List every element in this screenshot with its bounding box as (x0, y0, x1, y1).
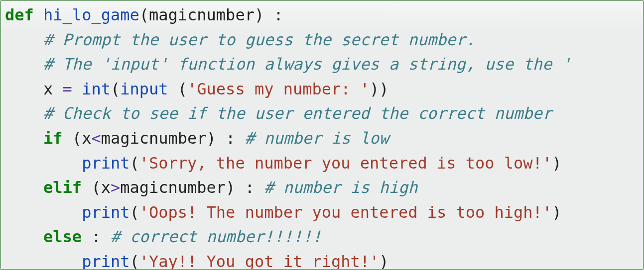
variable: x (82, 129, 91, 148)
identifier: magicnumber (120, 178, 226, 197)
paren: ( (139, 5, 149, 24)
code-line-9: print('Oops! The number you entered is t… (5, 203, 561, 222)
colon: : (264, 5, 283, 24)
indent (5, 178, 43, 197)
colon: : (235, 178, 255, 197)
comment: # Prompt the user to guess the secret nu… (43, 30, 475, 49)
code-line-1: def hi_lo_game(magicnumber) : (5, 5, 283, 24)
operator-eq: = (63, 80, 72, 98)
space (255, 178, 264, 197)
comment: # number is low (245, 129, 389, 148)
indent (5, 104, 43, 123)
builtin-input: input (120, 80, 168, 98)
code-block[interactable]: def hi_lo_game(magicnumber) : # Prompt t… (1, 1, 643, 270)
paren: ( (91, 178, 101, 197)
indent (5, 129, 43, 148)
space (63, 129, 72, 148)
paren: ( (129, 203, 139, 222)
space (72, 80, 82, 98)
comment: # correct number!!!!!! (111, 227, 322, 246)
comment: # Check to see if the user entered the c… (43, 104, 552, 123)
indent (5, 227, 43, 246)
comment: # number is high (264, 178, 417, 197)
indent (5, 55, 43, 74)
colon: : (82, 227, 101, 246)
paren: ( (129, 154, 139, 173)
string: 'Sorry, the number you entered is too lo… (139, 154, 552, 173)
string: 'Oops! The number you entered is too hig… (139, 203, 552, 222)
paren: ) (379, 252, 388, 270)
paren: ) (552, 154, 561, 173)
paren: ( (72, 129, 82, 148)
space (101, 227, 111, 246)
code-line-8: elif (x>magicnumber) : # number is high (5, 178, 417, 197)
variable: x (43, 80, 53, 98)
keyword-else: else (43, 227, 82, 246)
code-line-3: # The 'input' function always gives a st… (5, 55, 571, 74)
paren: ( (178, 80, 187, 98)
space (168, 80, 178, 98)
identifier: magicnumber (101, 129, 207, 148)
indent (5, 30, 43, 49)
variable: x (101, 178, 111, 197)
code-line-7: print('Sorry, the number you entered is … (5, 154, 561, 173)
function-name: hi_lo_game (43, 5, 139, 24)
space (235, 129, 245, 148)
code-line-2: # Prompt the user to guess the secret nu… (5, 30, 475, 49)
string: 'Guess my number: ' (187, 80, 370, 98)
paren: ) (552, 203, 561, 222)
param: magicnumber (149, 5, 255, 24)
builtin-int: int (82, 80, 111, 98)
colon: : (216, 129, 236, 148)
keyword-def: def (5, 5, 34, 24)
operator-lt: < (91, 129, 101, 148)
indent (5, 154, 82, 173)
operator-gt: > (111, 178, 120, 197)
code-line-6: if (x<magicnumber) : # number is low (5, 129, 389, 148)
indent (5, 80, 43, 98)
paren: ) (226, 178, 235, 197)
builtin-print: print (82, 252, 129, 270)
paren: ( (129, 252, 139, 270)
paren: ) (255, 5, 264, 24)
code-line-4: x = int(input ('Guess my number: ')) (5, 80, 389, 98)
space (53, 80, 62, 98)
keyword-elif: elif (43, 178, 82, 197)
paren: )) (370, 80, 389, 98)
code-line-5: # Check to see if the user entered the c… (5, 104, 552, 123)
keyword-if: if (43, 129, 63, 148)
code-line-10: else : # correct number!!!!!! (5, 227, 322, 246)
builtin-print: print (82, 203, 129, 222)
indent (5, 252, 82, 270)
comment: # The 'input' function always gives a st… (43, 55, 571, 74)
space (82, 178, 91, 197)
code-line-11: print('Yay!! You got it right!') (5, 252, 389, 270)
string: 'Yay!! You got it right!' (139, 252, 380, 270)
builtin-print: print (82, 154, 129, 173)
paren: ( (111, 80, 120, 98)
indent (5, 203, 82, 222)
paren: ) (207, 129, 216, 148)
